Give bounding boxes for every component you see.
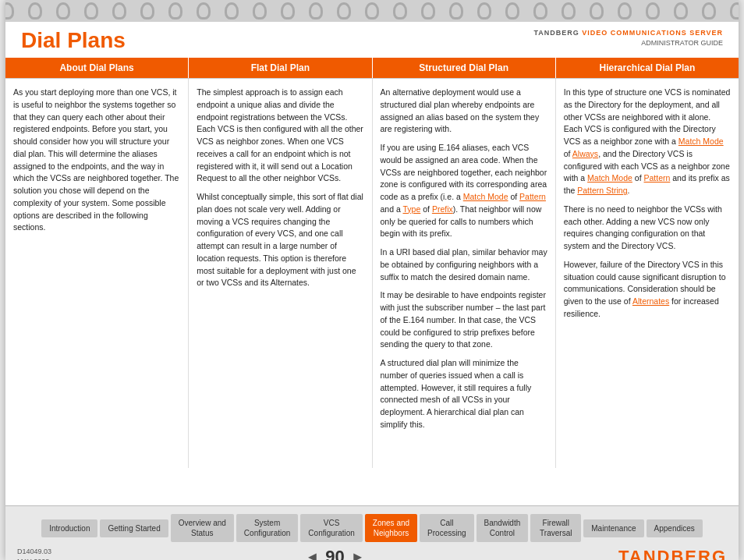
spiral-ring xyxy=(28,2,42,19)
footer-doc: D14049.03 MAY 2008 xyxy=(17,547,51,560)
spiral-ring xyxy=(449,2,463,19)
spiral-ring xyxy=(477,2,491,19)
spiral-ring xyxy=(140,2,154,19)
spiral-rings xyxy=(5,2,739,19)
header-right: TANDBERG VIDEO COMMUNICATIONS SERVER ADM… xyxy=(533,28,723,48)
spiral-ring xyxy=(5,2,14,19)
spiral-ring xyxy=(421,2,435,19)
tab-bandwidth-control[interactable]: BandwidthControl xyxy=(477,514,529,542)
link-match-mode-1[interactable]: Match Mode xyxy=(463,192,508,201)
structured-text-4: It may be desirable to have endpoints re… xyxy=(381,289,547,351)
spiral-ring xyxy=(281,2,295,19)
link-match-mode-2[interactable]: Match Mode xyxy=(678,136,724,146)
col-content-hierarchical: In this type of structure one VCS is nom… xyxy=(556,79,739,468)
col-content-about: As you start deploying more than one VCS… xyxy=(5,79,189,468)
footer-bottom: D14049.03 MAY 2008 ◄ 90 ► TANDBERG xyxy=(5,545,739,560)
hier-text-3: However, failure of the Directory VCS in… xyxy=(564,259,731,321)
link-type-prefix[interactable]: Type xyxy=(403,204,421,214)
structured-text-1: An alternative deployment would use a st… xyxy=(381,87,547,136)
hier-text-2: There is no need to neighbor the VCSs wi… xyxy=(564,204,731,253)
spiral-ring xyxy=(253,2,267,19)
tab-vcs-config[interactable]: VCSConfiguration xyxy=(300,514,362,542)
link-pattern-string[interactable]: Pattern String xyxy=(577,186,627,195)
about-text-1: As you start deploying more than one VCS… xyxy=(13,87,180,234)
link-always[interactable]: Always xyxy=(572,149,598,158)
col-content-flat: The simplest approach is to assign each … xyxy=(189,79,372,468)
bottom-nav: Introduction Getting Started Overview an… xyxy=(5,505,739,560)
tab-call-processing[interactable]: CallProcessing xyxy=(420,514,473,542)
tab-firewall-traversal[interactable]: FirewallTraversal xyxy=(530,514,581,542)
content-area: As you start deploying more than one VCS… xyxy=(5,78,739,468)
spiral-ring xyxy=(533,2,547,19)
header: Dial Plans TANDBERG VIDEO COMMUNICATIONS… xyxy=(5,22,739,58)
spiral-ring xyxy=(646,2,660,19)
link-pattern-2[interactable]: Pattern xyxy=(643,173,670,183)
prev-arrow[interactable]: ◄ xyxy=(305,549,319,561)
tab-introduction[interactable]: Introduction xyxy=(41,519,97,537)
spiral-ring xyxy=(730,2,739,19)
company-name: TANDBERG VIDEO COMMUNICATIONS SERVER xyxy=(533,29,723,37)
flat-text-1: The simplest approach is to assign each … xyxy=(197,87,363,185)
spiral-ring xyxy=(337,2,351,19)
tab-appendices[interactable]: Appendices xyxy=(647,519,703,537)
hier-text-1: In this type of structure one VCS is nom… xyxy=(564,87,731,197)
structured-text-3: In a URI based dial plan, similar behavi… xyxy=(381,246,547,283)
spiral-ring xyxy=(674,2,688,19)
tab-getting-started[interactable]: Getting Started xyxy=(100,519,168,537)
spiral-binding xyxy=(5,0,739,22)
spiral-ring xyxy=(168,2,182,19)
page-wrapper: Dial Plans TANDBERG VIDEO COMMUNICATIONS… xyxy=(5,0,739,560)
spiral-ring xyxy=(590,2,604,19)
header-top: Dial Plans TANDBERG VIDEO COMMUNICATIONS… xyxy=(21,28,723,53)
tab-maintenance[interactable]: Maintenance xyxy=(583,519,643,537)
company-subtitle: VIDEO COMMUNICATIONS SERVER xyxy=(582,29,723,37)
structured-text-5: A structured dial plan will minimize the… xyxy=(381,357,547,431)
link-alternates[interactable]: Alternates xyxy=(632,296,669,306)
guide-label: ADMINISTRATOR GUIDE xyxy=(533,38,723,48)
col-header-about: About Dial Plans xyxy=(5,58,189,78)
next-arrow[interactable]: ► xyxy=(351,549,365,561)
link-pattern-1[interactable]: Pattern xyxy=(519,192,546,201)
spiral-ring xyxy=(197,2,211,19)
footer-logo: TANDBERG xyxy=(618,547,727,560)
tab-zones-neighbors[interactable]: Zones andNeighbors xyxy=(365,514,417,542)
footer-nav: ◄ 90 ► xyxy=(305,547,364,560)
spiral-ring xyxy=(84,2,98,19)
link-prefix[interactable]: Prefix xyxy=(432,204,453,214)
doc-date: MAY 2008 xyxy=(17,557,51,560)
page-number: 90 xyxy=(325,547,344,560)
spiral-ring xyxy=(562,2,576,19)
nav-tabs: Introduction Getting Started Overview an… xyxy=(5,508,739,545)
column-headers: About Dial Plans Flat Dial Plan Structur… xyxy=(5,58,739,78)
spiral-ring xyxy=(365,2,379,19)
page-title: Dial Plans xyxy=(21,28,126,53)
tab-system-config[interactable]: SystemConfiguration xyxy=(236,514,298,542)
spiral-ring xyxy=(393,2,407,19)
spiral-ring xyxy=(309,2,323,19)
separator xyxy=(5,505,739,506)
doc-number: D14049.03 xyxy=(17,547,51,557)
spiral-ring xyxy=(112,2,126,19)
col-header-flat: Flat Dial Plan xyxy=(189,58,372,78)
tab-overview-status[interactable]: Overview andStatus xyxy=(171,514,234,542)
link-match-mode-3[interactable]: Match Mode xyxy=(587,173,632,183)
spiral-ring xyxy=(702,2,716,19)
structured-text-2: If you are using E.164 aliases, each VCS… xyxy=(381,142,547,240)
flat-text-2: Whilst conceptually simple, this sort of… xyxy=(197,191,363,289)
spiral-ring xyxy=(618,2,632,19)
col-content-structured: An alternative deployment would use a st… xyxy=(373,79,556,468)
spiral-ring xyxy=(225,2,239,19)
col-header-structured: Structured Dial Plan xyxy=(373,58,556,78)
spiral-ring xyxy=(56,2,70,19)
col-header-hierarchical: Hierarchical Dial Plan xyxy=(556,58,739,78)
spiral-ring xyxy=(505,2,519,19)
